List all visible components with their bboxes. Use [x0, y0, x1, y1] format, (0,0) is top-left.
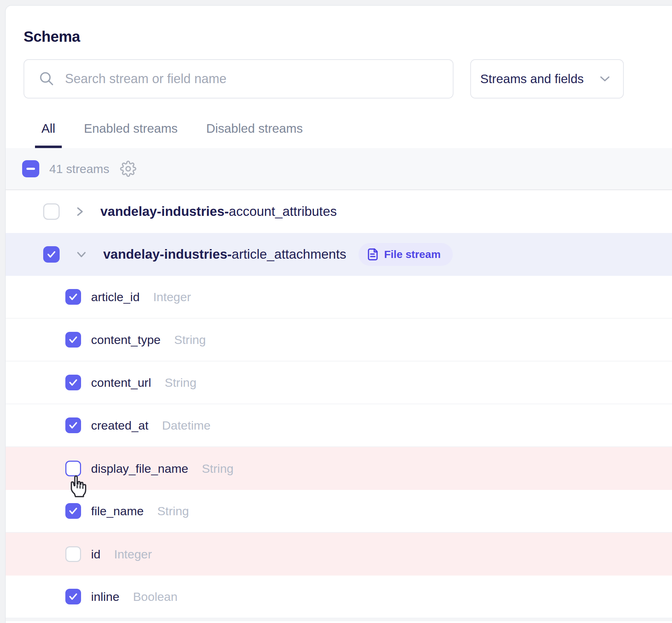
- chevron-down-icon: [600, 75, 610, 82]
- field-checkbox[interactable]: [65, 332, 81, 348]
- field-type: Boolean: [133, 590, 177, 604]
- stream-name: vandelay-industries-account_attributes: [100, 204, 337, 219]
- stream-row[interactable]: vandelay-industries-account_attributes: [6, 190, 672, 233]
- gear-icon[interactable]: [120, 161, 136, 177]
- select-all-bar: 41 streams: [6, 148, 672, 190]
- stream-tabs: AllEnabled streamsDisabled streams: [24, 113, 668, 148]
- dropdown-selected-value: Streams and fields: [480, 72, 584, 86]
- field-name: created_at: [91, 419, 149, 432]
- badge-label: File stream: [384, 248, 441, 260]
- search-row: Streams and fields: [24, 59, 668, 98]
- field-type: String: [157, 504, 189, 518]
- field-checkbox[interactable]: [65, 375, 81, 390]
- expand-toggle[interactable]: [75, 206, 85, 218]
- field-name: id: [91, 547, 100, 561]
- field-name: inline: [91, 590, 119, 604]
- field-row[interactable]: file_nameString: [6, 490, 672, 533]
- stream-name: vandelay-industries-article_attachments: [103, 247, 346, 262]
- select-all-checkbox[interactable]: [22, 160, 39, 177]
- field-row[interactable]: content_urlString: [6, 361, 672, 404]
- tab-all[interactable]: All: [35, 113, 62, 148]
- field-name: content_url: [91, 376, 151, 390]
- stream-checkbox[interactable]: [43, 246, 60, 263]
- file-icon: [367, 248, 378, 261]
- field-type: String: [165, 376, 196, 390]
- field-row[interactable]: created_atDatetime: [6, 404, 672, 447]
- field-type: Integer: [153, 290, 191, 304]
- chevron-down-icon[interactable]: [75, 250, 87, 259]
- tab-enabled-streams[interactable]: Enabled streams: [77, 113, 184, 148]
- search-input[interactable]: [64, 71, 442, 87]
- list-bottom-divider: [6, 618, 672, 621]
- field-checkbox[interactable]: [65, 546, 81, 562]
- schema-page: Schema Streams and fields AllEnabled: [0, 0, 672, 623]
- field-checkbox-wrap: [65, 461, 81, 476]
- stream-filter-dropdown[interactable]: Streams and fields: [470, 59, 624, 98]
- search-box[interactable]: [24, 59, 453, 98]
- stream-checkbox[interactable]: [43, 203, 60, 220]
- field-name: file_name: [91, 504, 144, 518]
- tab-disabled-streams[interactable]: Disabled streams: [200, 113, 309, 148]
- field-type: Datetime: [162, 419, 211, 432]
- field-checkbox-wrap: [65, 546, 81, 562]
- stream-list: vandelay-industries-account_attributesva…: [6, 190, 672, 618]
- expand-toggle[interactable]: [75, 250, 87, 259]
- streams-count: 41 streams: [49, 162, 109, 176]
- field-checkbox[interactable]: [65, 289, 81, 305]
- field-type: String: [174, 333, 206, 347]
- chevron-right-icon[interactable]: [75, 206, 85, 218]
- field-checkbox[interactable]: [65, 589, 81, 604]
- page-title: Schema: [24, 29, 668, 44]
- field-checkbox[interactable]: [65, 461, 81, 476]
- field-checkbox-wrap: [65, 375, 81, 390]
- field-name: display_file_name: [91, 462, 188, 476]
- card-header: Schema Streams and fields AllEnabled: [6, 6, 672, 148]
- field-type: Integer: [114, 547, 152, 561]
- field-row[interactable]: article_idInteger: [6, 276, 672, 319]
- field-checkbox-wrap: [65, 503, 81, 519]
- field-checkbox-wrap: [65, 589, 81, 604]
- field-checkbox-wrap: [65, 417, 81, 433]
- schema-card: Schema Streams and fields AllEnabled: [5, 5, 672, 623]
- file-stream-badge: File stream: [358, 243, 453, 266]
- field-row[interactable]: idInteger: [6, 533, 672, 576]
- search-icon: [39, 71, 55, 87]
- stream-row[interactable]: vandelay-industries-article_attachmentsF…: [6, 233, 672, 276]
- field-name: article_id: [91, 290, 140, 304]
- field-checkbox[interactable]: [65, 503, 81, 519]
- field-row[interactable]: inlineBoolean: [6, 576, 672, 618]
- field-name: content_type: [91, 333, 161, 347]
- field-checkbox-wrap: [65, 289, 81, 305]
- field-type: String: [202, 462, 234, 476]
- field-checkbox[interactable]: [65, 417, 81, 433]
- field-row[interactable]: display_file_nameString: [6, 447, 672, 490]
- field-row[interactable]: content_typeString: [6, 319, 672, 361]
- field-checkbox-wrap: [65, 332, 81, 348]
